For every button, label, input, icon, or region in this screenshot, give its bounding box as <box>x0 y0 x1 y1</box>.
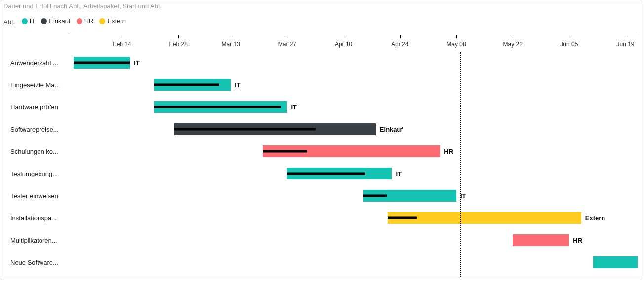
gantt-progress <box>388 217 417 219</box>
legend-swatch-icon <box>77 18 82 24</box>
gantt-bar-label: IT <box>642 259 642 266</box>
legend-item-label: Einkauf <box>49 17 70 25</box>
gantt-bar-label: IT <box>396 170 402 177</box>
legend-item-extern[interactable]: Extern <box>99 17 126 25</box>
gantt-progress <box>154 106 281 108</box>
gantt-bar[interactable] <box>593 256 638 268</box>
task-label: Schulungen ko... <box>10 148 65 155</box>
today-line <box>460 52 461 277</box>
task-label: Softwarepreise... <box>10 126 65 133</box>
gantt-row: Testumgebung...IT <box>0 168 642 179</box>
task-label: Testumgebung... <box>10 170 65 177</box>
x-axis-tick-label: Mar 27 <box>278 41 296 48</box>
x-axis-tick <box>400 35 401 38</box>
chart-title: Dauer und Erfüllt nach Abt., Arbeitspake… <box>3 2 161 10</box>
gantt-progress <box>154 84 219 86</box>
legend-swatch-icon <box>22 18 28 24</box>
gantt-bar-label: IT <box>291 104 297 111</box>
gantt-row: Eingesetzte Ma...IT <box>0 79 642 91</box>
x-axis-tick <box>513 35 513 38</box>
task-label: Hardware prüfen <box>10 104 65 111</box>
gantt-row: Multiplikatoren...HR <box>0 234 642 246</box>
legend: Abt. ITEinkaufHRExtern <box>3 17 132 26</box>
x-axis-tick <box>456 35 457 38</box>
gantt-progress <box>263 150 307 153</box>
x-axis-tick-label: Apr 10 <box>335 41 352 48</box>
gantt-row: Hardware prüfenIT <box>0 101 642 113</box>
gantt-row: Softwarepreise...Einkauf <box>0 123 642 135</box>
x-axis-tick-label: May 08 <box>446 41 466 48</box>
gantt-row: Neue Software...IT <box>0 256 642 268</box>
task-label: Installationspa... <box>10 214 65 222</box>
x-axis-tick <box>287 35 287 38</box>
legend-item-it[interactable]: IT <box>22 17 36 25</box>
chart-card: Dauer und Erfüllt nach Abt., Arbeitspake… <box>0 0 642 280</box>
x-axis-tick <box>626 35 626 38</box>
legend-swatch-icon <box>41 18 47 24</box>
gantt-plot: Feb 14Feb 28Mar 13Mar 27Apr 10Apr 24May … <box>0 30 642 280</box>
legend-item-label: HR <box>84 17 94 25</box>
x-axis-tick <box>344 35 344 38</box>
gantt-row: Tester einweisenIT <box>0 190 642 202</box>
x-axis-line <box>70 35 638 35</box>
legend-item-label: IT <box>30 17 36 25</box>
gantt-row: Anwenderzahl ...IT <box>0 57 642 69</box>
x-axis-tick-label: Apr 24 <box>391 41 408 48</box>
gantt-bar-label: HR <box>444 148 453 155</box>
task-label: Neue Software... <box>10 259 65 266</box>
gantt-bar-label: Extern <box>585 214 605 222</box>
x-axis-tick <box>122 35 122 38</box>
gantt-progress <box>363 195 387 197</box>
gantt-row: Installationspa...Extern <box>0 212 642 224</box>
gantt-progress <box>174 128 315 131</box>
gantt-row: Schulungen ko...HR <box>0 145 642 157</box>
x-axis-tick <box>231 35 231 38</box>
gantt-bar-label: Einkauf <box>380 126 403 133</box>
task-label: Tester einweisen <box>10 192 65 200</box>
legend-item-hr[interactable]: HR <box>77 17 94 25</box>
gantt-bar-label: IT <box>134 59 140 67</box>
gantt-bar-label: HR <box>573 237 582 244</box>
legend-item-label: Extern <box>107 17 126 25</box>
legend-item-einkauf[interactable]: Einkauf <box>41 17 70 25</box>
x-axis-tick-label: Feb 14 <box>113 41 131 48</box>
task-label: Anwenderzahl ... <box>10 59 65 67</box>
x-axis-tick-label: May 22 <box>503 41 522 48</box>
x-axis-tick-label: Mar 13 <box>222 41 240 48</box>
x-axis-tick-label: Jun 19 <box>617 41 635 48</box>
x-axis-tick <box>178 35 179 38</box>
gantt-bar[interactable] <box>513 234 569 246</box>
gantt-progress <box>74 62 130 64</box>
legend-swatch-icon <box>99 18 105 24</box>
x-axis-tick-label: Jun 05 <box>560 41 578 48</box>
legend-axis-label: Abt. <box>3 18 15 26</box>
gantt-progress <box>287 173 365 175</box>
gantt-bar-label: IT <box>235 81 241 89</box>
x-axis-tick <box>569 35 569 38</box>
gantt-bar[interactable] <box>388 212 581 224</box>
task-label: Eingesetzte Ma... <box>10 81 65 89</box>
task-label: Multiplikatoren... <box>10 237 65 244</box>
x-axis-tick-label: Feb 28 <box>169 41 188 48</box>
